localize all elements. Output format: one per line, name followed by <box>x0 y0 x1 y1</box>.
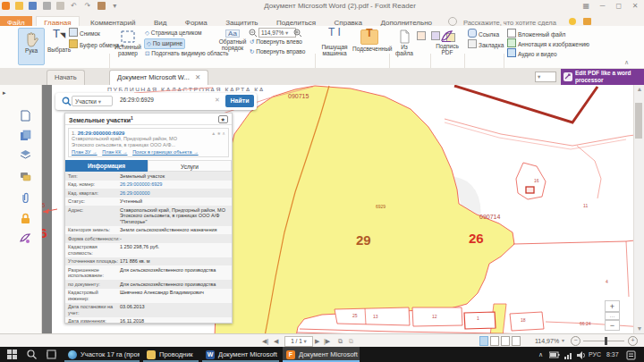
info-row: Кад. квартал:26:29:000000 <box>65 189 232 198</box>
link-button[interactable]: Ссылка <box>468 29 499 39</box>
tray-expand-icon[interactable]: ∧ <box>538 347 543 362</box>
result-item[interactable]: 1. 26:29:000000:6929 ▲ ★ ∧ Ставропольски… <box>68 128 229 157</box>
actual-size-button[interactable]: Истинный размер <box>113 28 143 65</box>
layers-panel-icon[interactable] <box>20 149 31 161</box>
search-icon[interactable] <box>62 97 72 106</box>
taskbar-app-explorer[interactable]: Проводник <box>143 347 199 362</box>
notification-center-icon[interactable] <box>626 350 636 360</box>
single-page-view-icon[interactable] <box>479 336 488 346</box>
task-view-icon[interactable] <box>47 349 56 359</box>
result-item-icons[interactable]: ▲ ★ ∧ <box>211 130 225 136</box>
zoom-dropdown-icon[interactable]: ▾ <box>562 336 564 346</box>
comments-panel-icon[interactable] <box>20 171 31 182</box>
next-view-icon[interactable]: ⧉ <box>349 336 353 346</box>
scrollbar-thumb[interactable] <box>635 103 642 139</box>
zoom-slider-track[interactable] <box>583 341 624 341</box>
ui-options-icon[interactable]: ▦ <box>579 0 593 12</box>
tab-information[interactable]: Информация <box>65 160 148 172</box>
snapshot-button[interactable]: Снимок <box>69 28 100 38</box>
attachments-panel-icon[interactable] <box>20 192 31 204</box>
continuous-view-icon[interactable] <box>490 336 499 346</box>
taskbar-app-word[interactable]: W Документ Microsoft ... <box>202 347 279 362</box>
quick-access-dropdown-icon[interactable]: ▾ <box>111 2 119 10</box>
audio-video-button[interactable]: Аудио и видео <box>507 48 557 59</box>
zoom-out-button[interactable] <box>249 29 257 37</box>
fit-width-button[interactable]: ◇ По ширине <box>144 38 185 49</box>
hand-tool-button[interactable]: Рука <box>18 28 45 65</box>
next-page-button[interactable]: ▶ <box>315 336 319 346</box>
zoom-in-button[interactable] <box>293 29 301 37</box>
promo-banner[interactable]: Edit PDF like a word processor <box>561 69 644 85</box>
favorite-star-icon[interactable]: ★ <box>218 115 228 123</box>
facing-view-icon[interactable] <box>501 336 510 346</box>
parcel-polygon[interactable] <box>215 86 514 333</box>
plan-zu-link[interactable]: План ЗУ → <box>72 149 97 155</box>
from-scanner-icon[interactable] <box>417 31 426 40</box>
zoom-in-circle-icon[interactable]: + <box>628 336 638 346</box>
close-icon[interactable]: ✕ <box>628 0 642 12</box>
tab-start[interactable]: Начать <box>47 70 85 85</box>
redo-icon[interactable]: ↷ <box>83 2 91 10</box>
battery-icon[interactable] <box>549 351 560 358</box>
map-zoom-in-button[interactable]: + <box>605 300 620 312</box>
page-number-box[interactable]: 1 / 1 ▾ <box>284 336 313 347</box>
find-button[interactable]: Найти <box>225 95 254 107</box>
fit-page-button[interactable]: ◇ Страница целиком <box>145 29 202 38</box>
network-icon[interactable] <box>564 350 573 360</box>
audio-video-icon <box>507 48 516 57</box>
tab-document[interactable]: Документ Microsoft W... ✕ <box>109 70 208 85</box>
print-icon[interactable] <box>43 2 51 10</box>
taskbar-app-browser[interactable]: Участок 17 га (пром... <box>64 347 140 362</box>
start-button-icon[interactable] <box>7 349 17 359</box>
search-category-dropdown[interactable]: Участки ▾ <box>72 96 113 106</box>
hand-stamp-icon[interactable] <box>97 2 106 10</box>
maximize-icon[interactable]: ◻ <box>612 0 626 12</box>
first-page-button[interactable]: ◀| <box>262 336 268 346</box>
sign-pdf-button[interactable]: Подпись PDF <box>433 28 462 65</box>
tab-services[interactable]: Услуги <box>148 160 232 172</box>
signatures-panel-icon[interactable] <box>20 232 31 244</box>
typewriter-button[interactable]: T I Пишущая машинка <box>318 28 351 65</box>
toolbar-dropdown[interactable]: ▾ <box>535 72 556 82</box>
last-page-button[interactable]: |▶ <box>324 336 330 346</box>
minimize-icon[interactable]: ─ <box>596 0 610 12</box>
help-circle-icon[interactable] <box>569 18 576 25</box>
from-file-button[interactable]: Из файла <box>392 28 417 65</box>
taskbar-search-icon[interactable] <box>27 349 37 359</box>
pages-panel-icon[interactable] <box>20 130 31 141</box>
clear-search-icon[interactable]: ✕ <box>215 97 220 104</box>
prev-page-button[interactable]: ◀ <box>274 336 278 346</box>
bookmark-button[interactable]: Закладка <box>468 39 504 50</box>
search-in-bounds-link[interactable]: Поиск в границах объекта → <box>132 149 198 155</box>
zoom-slider-thumb[interactable] <box>605 337 607 345</box>
scroll-down-icon[interactable]: ▼ <box>634 324 644 333</box>
book-view-icon[interactable] <box>512 336 521 346</box>
rotate-left-button[interactable]: ↺ Повернуть влево <box>250 38 302 46</box>
reverse-order-button[interactable]: Aa Обратный порядок <box>217 28 248 65</box>
volume-icon[interactable] <box>576 350 586 360</box>
expand-panel-icon[interactable]: ▸ <box>3 89 6 97</box>
undo-icon[interactable]: ↶ <box>70 2 78 10</box>
rotate-right-button[interactable]: ↻ Повернуть вправо <box>250 47 305 56</box>
highlight-button[interactable]: T Подсвеченный <box>352 28 386 65</box>
folder-search-icon[interactable] <box>583 18 591 25</box>
search-query[interactable]: 26:29:0:6929 <box>120 97 154 103</box>
bookmarks-panel-icon[interactable] <box>20 110 31 122</box>
map-zoom-out-button[interactable]: − <box>605 320 620 331</box>
copy-icon[interactable] <box>56 2 64 10</box>
map-more-button[interactable]: ··· <box>605 312 620 320</box>
plan-kk-link[interactable]: План КК → <box>102 149 127 155</box>
zoom-out-circle-icon[interactable]: − <box>571 336 580 346</box>
tab-close-icon[interactable]: ✕ <box>195 73 200 81</box>
save-icon[interactable] <box>29 2 37 10</box>
security-panel-icon[interactable] <box>20 213 31 224</box>
prev-view-icon[interactable]: ⧉ <box>338 336 343 346</box>
taskbar-app-foxit[interactable]: F Документ Microsoft ... <box>283 347 360 362</box>
fit-visible-button[interactable]: ⊡ Подогнать видимую область <box>145 49 228 58</box>
language-indicator[interactable]: РУС <box>589 347 601 362</box>
open-folder-icon[interactable] <box>15 2 23 10</box>
clock[interactable]: 8:37 <box>606 347 619 362</box>
collapse-ribbon-icon[interactable]: ∧ <box>624 59 629 66</box>
scroll-up-icon[interactable]: ▲ <box>634 85 644 94</box>
zoom-level-combo[interactable]: 114,97% ▾ <box>258 28 296 38</box>
